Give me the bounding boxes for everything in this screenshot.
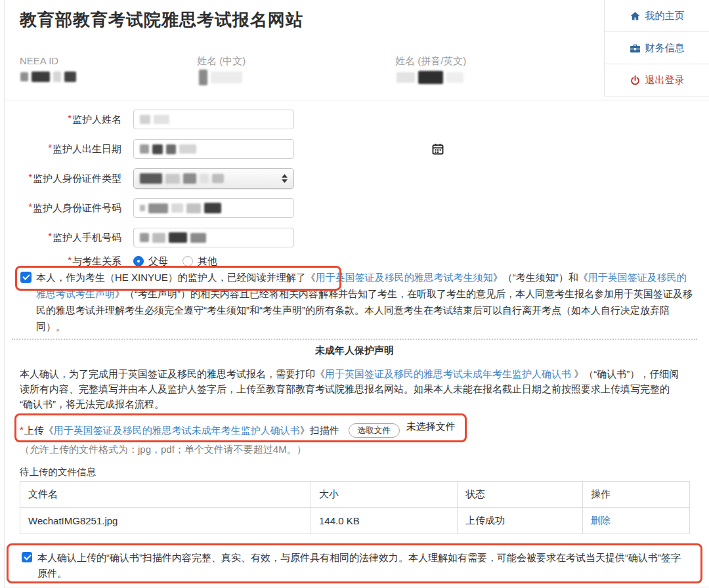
redacted-value (140, 115, 169, 124)
calendar-icon[interactable] (431, 142, 444, 158)
consent-boxed-text: 本人，作为考生（HE XINYUE）的监护人， (36, 272, 227, 283)
neea-id-label: NEEA ID (20, 55, 58, 66)
guardian-birthdate-label: *监护人出生日期 (0, 143, 121, 156)
redacted-value (199, 70, 242, 85)
menu-item-my-homepage[interactable]: 我的主页 (605, 0, 709, 32)
guardian-id-number-input[interactable] (133, 198, 294, 218)
select-spinner-icon (282, 174, 288, 183)
file-name-cell: WechatIMG8251.jpg (20, 508, 311, 534)
menu-item-logout[interactable]: 退出登录 (605, 64, 709, 96)
redacted-value (397, 71, 463, 84)
candidate-notice-link[interactable]: 用于英国签证及移民的雅思考试考生须知 (316, 272, 493, 283)
menu-item-finance-info[interactable]: 财务信息 (605, 32, 709, 64)
name-cn-label: 姓名 (中文) (197, 55, 246, 68)
required-asterisk: * (28, 201, 32, 212)
required-asterisk: * (28, 171, 32, 182)
file-size-cell: 144.0 KB (311, 508, 458, 534)
minor-protection-paragraph: 本人确认，为了完成用于英国签证及移民的雅思考试报名，需要打印《用于英国签证及移民… (20, 366, 681, 411)
briefcase-icon (630, 43, 641, 54)
header-menu: 我的主页 财务信息 退出登录 (604, 0, 709, 96)
guardian-id-type-select[interactable] (133, 168, 294, 189)
redacted-value (140, 232, 206, 243)
dashed-divider (12, 339, 697, 340)
guardian-consent-checkbox[interactable] (20, 272, 32, 283)
page-title: 教育部教育考试院雅思考试报名网站 (20, 9, 303, 32)
file-status-cell: 上传成功 (458, 508, 583, 534)
file-status-text: 未选择文件 (406, 421, 456, 433)
required-asterisk: * (20, 424, 24, 435)
section-divider (5, 100, 709, 100)
delete-link[interactable]: 删除 (591, 514, 611, 526)
guardian-id-type-label: *监护人身份证件类型 (0, 173, 121, 185)
guardian-id-number-label: *监护人身份证件号码 (0, 202, 121, 215)
menu-label: 我的主页 (645, 10, 685, 22)
table-header-row: 文件名 大小 状态 操作 (20, 482, 690, 508)
confirmation-letter-link[interactable]: 用于英国签证及移民的雅思考试未成年考生监护人确认书 (325, 368, 574, 379)
menu-label: 财务信息 (645, 42, 685, 54)
relation-radio-parents[interactable]: 父母 (133, 255, 168, 268)
required-asterisk: * (68, 112, 72, 123)
radio-label: 其他 (198, 255, 217, 268)
col-header-status: 状态 (458, 482, 583, 508)
files-table: 文件名 大小 状态 操作 WechatIMG8251.jpg 144.0 KB … (20, 481, 690, 534)
radio-selected-icon (133, 256, 144, 266)
choose-file-button[interactable]: 选取文件 (349, 423, 400, 438)
upload-hint: （允许上传的文件格式为：jpg，pdf；单个文件请不要超过4M。） (20, 444, 307, 456)
upload-row: * 上传《用于英国签证及移民的雅思考试未成年考生监护人确认书》扫描件 选取文件 … (20, 421, 456, 440)
guardian-name-label: *监护人姓名 (0, 114, 121, 126)
redacted-value (20, 72, 76, 82)
guardian-phone-label: *监护人手机号码 (0, 232, 121, 244)
guardian-consent-paragraph: 本人，作为考生（HE XINYUE）的监护人，已经阅读并理解了《用于英国签证及移… (36, 269, 694, 335)
redacted-value (140, 144, 196, 154)
minor-protection-heading: 未成年人保护声明 (0, 345, 709, 357)
radio-unselected-icon (183, 256, 193, 266)
files-title: 待上传的文件信息 (20, 466, 96, 478)
confirmation-letter-upload-link[interactable]: 用于英国签证及移民的雅思考试未成年考生监护人确认书 (54, 425, 300, 437)
name-en-label: 姓名 (拼音/英文) (395, 55, 466, 68)
scan-confirm-checkbox[interactable] (22, 552, 32, 562)
table-row: WechatIMG8251.jpg 144.0 KB 上传成功 删除 (20, 508, 690, 534)
page-left-border (4, 0, 5, 588)
guardian-birthdate-input[interactable] (133, 139, 294, 159)
relation-label: *与考生关系 (0, 255, 121, 268)
guardian-phone-input[interactable] (133, 228, 294, 247)
relation-radio-group: 父母 其他 (133, 255, 217, 268)
radio-label: 父母 (148, 255, 168, 268)
required-asterisk: * (68, 254, 72, 265)
redacted-value (140, 203, 221, 213)
redacted-value (140, 173, 224, 184)
scan-confirm-text: 本人确认上传的“确认书”扫描件内容完整、真实、有效，与原件具有相同的法律效力。本… (37, 550, 689, 581)
menu-label: 退出登录 (645, 74, 685, 87)
required-asterisk: * (48, 142, 52, 153)
page-bottom-border (4, 587, 709, 587)
col-header-size: 大小 (311, 482, 458, 508)
power-icon (630, 75, 641, 86)
relation-radio-other[interactable]: 其他 (183, 255, 217, 268)
page: 教育部教育考试院雅思考试报名网站 我的主页 财务信息 退出登录 NEEA ID … (0, 0, 709, 588)
col-header-filename: 文件名 (20, 482, 311, 508)
col-header-action: 操作 (583, 482, 690, 508)
guardian-name-input[interactable] (133, 110, 294, 129)
required-asterisk: * (48, 230, 52, 242)
home-icon (630, 10, 641, 22)
